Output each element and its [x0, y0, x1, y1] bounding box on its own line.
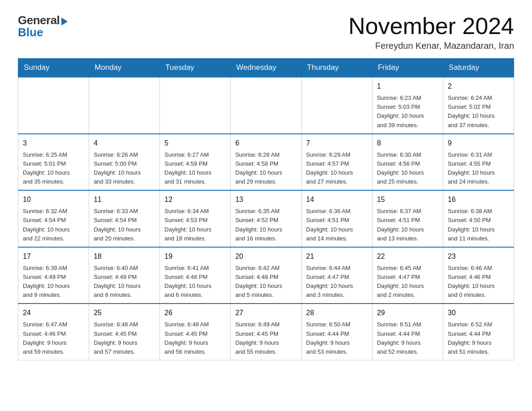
- day-number: 4: [94, 138, 155, 149]
- cell-info: Sunrise: 6:41 AM Sunset: 4:48 PM Dayligh…: [164, 264, 226, 300]
- cell-info: Sunrise: 6:44 AM Sunset: 4:47 PM Dayligh…: [306, 264, 368, 300]
- calendar-row-1: 3Sunrise: 6:25 AM Sunset: 5:01 PM Daylig…: [18, 134, 514, 191]
- day-number: 17: [23, 251, 84, 262]
- calendar-cell: 4Sunrise: 6:26 AM Sunset: 5:00 PM Daylig…: [89, 134, 160, 191]
- cell-info: Sunrise: 6:28 AM Sunset: 4:58 PM Dayligh…: [235, 150, 296, 187]
- logo: General Blue: [18, 13, 68, 39]
- day-number: 18: [94, 251, 155, 262]
- day-number: 11: [94, 194, 155, 205]
- calendar-row-4: 24Sunrise: 6:47 AM Sunset: 4:46 PM Dayli…: [18, 304, 514, 360]
- cell-info: Sunrise: 6:48 AM Sunset: 4:45 PM Dayligh…: [94, 320, 155, 356]
- cell-info: Sunrise: 6:39 AM Sunset: 4:49 PM Dayligh…: [23, 264, 84, 300]
- weekday-header-row: SundayMondayTuesdayWednesdayThursdayFrid…: [18, 59, 514, 77]
- calendar-cell: 23Sunrise: 6:46 AM Sunset: 4:46 PM Dayli…: [443, 247, 514, 304]
- cell-info: Sunrise: 6:46 AM Sunset: 4:46 PM Dayligh…: [448, 264, 509, 300]
- calendar-cell: 26Sunrise: 6:48 AM Sunset: 4:45 PM Dayli…: [160, 304, 231, 360]
- calendar-row-0: 1Sunrise: 6:23 AM Sunset: 5:03 PM Daylig…: [18, 77, 514, 134]
- cell-info: Sunrise: 6:50 AM Sunset: 4:44 PM Dayligh…: [306, 320, 368, 356]
- day-number: 5: [164, 138, 226, 149]
- weekday-header-monday: Monday: [89, 59, 160, 77]
- calendar-cell: 8Sunrise: 6:30 AM Sunset: 4:56 PM Daylig…: [372, 134, 443, 191]
- cell-info: Sunrise: 6:32 AM Sunset: 4:54 PM Dayligh…: [23, 207, 84, 243]
- day-number: 10: [23, 194, 84, 205]
- day-number: 19: [164, 251, 226, 262]
- calendar-cell: 17Sunrise: 6:39 AM Sunset: 4:49 PM Dayli…: [18, 247, 89, 304]
- calendar-cell: 5Sunrise: 6:27 AM Sunset: 4:59 PM Daylig…: [160, 134, 231, 191]
- calendar-cell: 27Sunrise: 6:49 AM Sunset: 4:45 PM Dayli…: [231, 304, 301, 360]
- calendar-cell: 24Sunrise: 6:47 AM Sunset: 4:46 PM Dayli…: [18, 304, 89, 360]
- title-section: November 2024 Fereydun Kenar, Mazandaran…: [348, 13, 514, 51]
- day-number: 14: [306, 194, 368, 205]
- logo-arrow-icon: [61, 17, 68, 26]
- weekday-header-sunday: Sunday: [18, 59, 89, 77]
- month-title: November 2024: [348, 13, 514, 39]
- calendar-cell: 28Sunrise: 6:50 AM Sunset: 4:44 PM Dayli…: [301, 304, 372, 360]
- day-number: 7: [306, 138, 368, 149]
- day-number: 13: [235, 194, 296, 205]
- day-number: 20: [235, 251, 296, 262]
- weekday-header-saturday: Saturday: [443, 59, 514, 77]
- day-number: 12: [164, 194, 226, 205]
- calendar-cell: 9Sunrise: 6:31 AM Sunset: 4:55 PM Daylig…: [443, 134, 514, 191]
- day-number: 22: [377, 251, 438, 262]
- cell-info: Sunrise: 6:37 AM Sunset: 4:51 PM Dayligh…: [377, 207, 438, 243]
- calendar-row-3: 17Sunrise: 6:39 AM Sunset: 4:49 PM Dayli…: [18, 247, 514, 304]
- day-number: 8: [377, 138, 438, 149]
- calendar-cell: 3Sunrise: 6:25 AM Sunset: 5:01 PM Daylig…: [18, 134, 89, 191]
- cell-info: Sunrise: 6:40 AM Sunset: 4:49 PM Dayligh…: [94, 264, 155, 300]
- cell-info: Sunrise: 6:48 AM Sunset: 4:45 PM Dayligh…: [164, 320, 226, 356]
- location-title: Fereydun Kenar, Mazandaran, Iran: [348, 41, 514, 51]
- calendar-cell: [301, 77, 372, 134]
- cell-info: Sunrise: 6:34 AM Sunset: 4:53 PM Dayligh…: [164, 207, 226, 243]
- calendar-cell: 2Sunrise: 6:24 AM Sunset: 5:02 PM Daylig…: [443, 77, 514, 134]
- calendar-cell: 20Sunrise: 6:42 AM Sunset: 4:48 PM Dayli…: [231, 247, 301, 304]
- day-number: 6: [235, 138, 296, 149]
- cell-info: Sunrise: 6:23 AM Sunset: 5:03 PM Dayligh…: [377, 94, 438, 130]
- cell-info: Sunrise: 6:42 AM Sunset: 4:48 PM Dayligh…: [235, 264, 296, 300]
- calendar-cell: [160, 77, 231, 134]
- day-number: 28: [306, 308, 368, 318]
- calendar-cell: 18Sunrise: 6:40 AM Sunset: 4:49 PM Dayli…: [89, 247, 160, 304]
- day-number: 16: [448, 194, 509, 205]
- day-number: 26: [164, 308, 226, 318]
- calendar-cell: 25Sunrise: 6:48 AM Sunset: 4:45 PM Dayli…: [89, 304, 160, 360]
- calendar-cell: 30Sunrise: 6:52 AM Sunset: 4:44 PM Dayli…: [443, 304, 514, 360]
- calendar-cell: 14Sunrise: 6:36 AM Sunset: 4:51 PM Dayli…: [301, 190, 372, 247]
- day-number: 15: [377, 194, 438, 205]
- page-header: General Blue November 2024 Fereydun Kena…: [18, 13, 514, 51]
- day-number: 23: [448, 251, 509, 262]
- calendar-cell: 6Sunrise: 6:28 AM Sunset: 4:58 PM Daylig…: [231, 134, 301, 191]
- weekday-header-tuesday: Tuesday: [160, 59, 231, 77]
- calendar-cell: [18, 77, 89, 134]
- calendar-cell: 10Sunrise: 6:32 AM Sunset: 4:54 PM Dayli…: [18, 190, 89, 247]
- cell-info: Sunrise: 6:45 AM Sunset: 4:47 PM Dayligh…: [377, 264, 438, 300]
- day-number: 27: [235, 308, 296, 318]
- calendar-cell: 29Sunrise: 6:51 AM Sunset: 4:44 PM Dayli…: [372, 304, 443, 360]
- day-number: 9: [448, 138, 509, 149]
- calendar-cell: 1Sunrise: 6:23 AM Sunset: 5:03 PM Daylig…: [372, 77, 443, 134]
- day-number: 29: [377, 308, 438, 318]
- cell-info: Sunrise: 6:30 AM Sunset: 4:56 PM Dayligh…: [377, 150, 438, 187]
- day-number: 2: [448, 81, 509, 92]
- day-number: 24: [23, 308, 84, 318]
- logo-blue-text: Blue: [18, 26, 43, 39]
- calendar-row-2: 10Sunrise: 6:32 AM Sunset: 4:54 PM Dayli…: [18, 190, 514, 247]
- cell-info: Sunrise: 6:33 AM Sunset: 4:54 PM Dayligh…: [94, 207, 155, 243]
- weekday-header-thursday: Thursday: [301, 59, 372, 77]
- day-number: 25: [94, 308, 155, 318]
- cell-info: Sunrise: 6:47 AM Sunset: 4:46 PM Dayligh…: [23, 320, 84, 356]
- cell-info: Sunrise: 6:36 AM Sunset: 4:51 PM Dayligh…: [306, 207, 368, 243]
- calendar-cell: [89, 77, 160, 134]
- calendar-cell: 13Sunrise: 6:35 AM Sunset: 4:52 PM Dayli…: [231, 190, 301, 247]
- calendar-cell: 11Sunrise: 6:33 AM Sunset: 4:54 PM Dayli…: [89, 190, 160, 247]
- cell-info: Sunrise: 6:49 AM Sunset: 4:45 PM Dayligh…: [235, 320, 296, 356]
- cell-info: Sunrise: 6:31 AM Sunset: 4:55 PM Dayligh…: [448, 150, 509, 187]
- cell-info: Sunrise: 6:27 AM Sunset: 4:59 PM Dayligh…: [164, 150, 226, 187]
- cell-info: Sunrise: 6:25 AM Sunset: 5:01 PM Dayligh…: [23, 150, 84, 187]
- day-number: 21: [306, 251, 368, 262]
- calendar-cell: 21Sunrise: 6:44 AM Sunset: 4:47 PM Dayli…: [301, 247, 372, 304]
- cell-info: Sunrise: 6:38 AM Sunset: 4:50 PM Dayligh…: [448, 207, 509, 243]
- cell-info: Sunrise: 6:29 AM Sunset: 4:57 PM Dayligh…: [306, 150, 368, 187]
- calendar-cell: 15Sunrise: 6:37 AM Sunset: 4:51 PM Dayli…: [372, 190, 443, 247]
- calendar-cell: 16Sunrise: 6:38 AM Sunset: 4:50 PM Dayli…: [443, 190, 514, 247]
